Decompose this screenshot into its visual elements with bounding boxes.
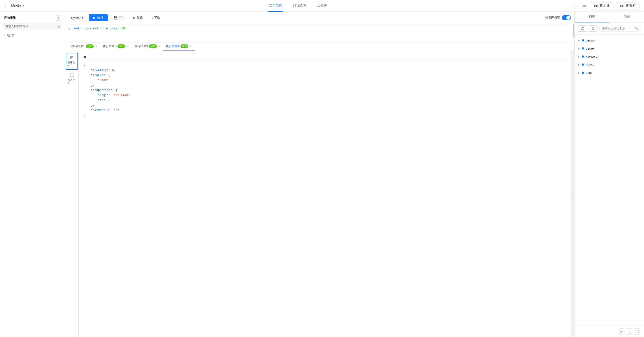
share-action-button[interactable]: ↗ xyxy=(618,329,624,335)
right-panel: 列表 图谱 点 边 🔍 ▶ person ▶ genre ▶ xyxy=(574,12,644,337)
right-panel-actions: ↗ ↓ ⛶ xyxy=(574,326,644,337)
node-item-keyword[interactable]: ▶ keyword xyxy=(574,52,644,60)
node-search-input[interactable] xyxy=(599,25,640,32)
lang-dropdown-icon: ▾ xyxy=(82,16,84,19)
fullscreen-action-button[interactable]: ⛶ xyxy=(634,329,640,335)
right-tab-graph[interactable]: 图谱 xyxy=(610,12,644,22)
json-login-key: "login" xyxy=(98,94,110,97)
graph-view-button[interactable]: ⛶ 点边视图 xyxy=(66,71,78,87)
sentence-icon: ≡ xyxy=(4,34,6,37)
result-tab-2-label: 执行结果2 xyxy=(103,44,116,48)
node-dot-person xyxy=(582,39,584,41)
topbar-right: ? ⌨ 前往图构建 前往图分析 xyxy=(572,2,640,9)
lang-label: Cypher xyxy=(71,16,80,19)
sidebar-item-label: 语句0 xyxy=(7,33,14,37)
nav-sentence-query[interactable]: 语句查询 xyxy=(268,0,283,12)
content-area: Cypher ▾ ▶ 执行 💾 保存 ⊞ 收藏 ↓ 下载 查看图模型 xyxy=(65,12,574,337)
result-tab-1-close[interactable]: × xyxy=(95,44,98,48)
node-item-genre[interactable]: ▶ genre xyxy=(574,44,644,52)
nav-path-query[interactable]: 路径查询 xyxy=(292,0,308,12)
json-properties-close: }, xyxy=(91,103,94,107)
line-number-1: 1 xyxy=(69,27,70,30)
result-tab-3-close[interactable]: × xyxy=(158,44,160,48)
sidebar-add-button[interactable]: + xyxy=(56,15,61,21)
goto-analysis-button[interactable]: 前往图分析 xyxy=(616,2,640,9)
json-identity-key: "identity" xyxy=(91,69,108,72)
result-tab-4-badge: 成功 xyxy=(180,44,188,48)
goto-builder-button[interactable]: 前往图构建 xyxy=(590,2,614,9)
result-tab-2-close[interactable]: × xyxy=(126,44,129,48)
run-button[interactable]: ▶ 执行 xyxy=(89,14,108,21)
back-button[interactable]: ← xyxy=(4,4,8,8)
topbar: ← Movie ▾ 语句查询 路径查询 点查询 ? ⌨ 前往图构建 前往图分析 xyxy=(0,0,644,12)
sidebar-item-sentence0[interactable]: ≡ 语句0 xyxy=(0,32,65,39)
node-dot-movie xyxy=(582,63,584,66)
right-panel-filter: 点 边 🔍 xyxy=(574,23,644,34)
right-panel-tabs: 列表 图谱 xyxy=(574,12,644,23)
graph-view-label: 点边视图 xyxy=(68,78,76,85)
json-elementid-value: "0" xyxy=(114,108,119,112)
code-line-1: 1 match ( n ) return n limit 10 xyxy=(69,27,571,30)
node-label-keyword: keyword xyxy=(586,55,598,58)
graph-view-icon: ⛶ xyxy=(70,73,74,78)
node-item-person[interactable]: ▶ person xyxy=(574,36,644,44)
result-tab-3-label: 执行结果3 xyxy=(134,44,148,48)
node-item-movie[interactable]: ▶ movie xyxy=(574,60,644,69)
node-search-area: 🔍 xyxy=(599,25,640,32)
download-action-button[interactable]: ↓ xyxy=(626,329,632,335)
code-num-10: 10 xyxy=(120,27,125,30)
app-title: Movie xyxy=(11,4,21,8)
download-button[interactable]: ↓ 下载 xyxy=(148,14,163,21)
json-login-value: "William" xyxy=(114,94,130,97)
json-open-brace: { xyxy=(84,64,86,67)
topbar-nav: 语句查询 路径查询 点查询 xyxy=(24,0,572,12)
result-tab-1-badge: 成功 xyxy=(86,44,94,48)
node-list: ▶ person ▶ genre ▶ keyword ▶ movie ▶ xyxy=(574,34,644,326)
nav-point-query[interactable]: 点查询 xyxy=(316,0,328,12)
node-expand-person: ▶ xyxy=(578,39,580,42)
collect-button[interactable]: ⊞ 收藏 xyxy=(130,14,146,21)
result-tab-2[interactable]: 执行结果2 成功 × xyxy=(100,42,132,51)
result-content: ⊞ 表格文本 ⛶ 点边视图 n { "identity": 0, "labels… xyxy=(65,51,574,337)
node-label-user: user xyxy=(586,71,592,74)
filter-edge-button[interactable]: 边 xyxy=(589,25,598,32)
collapse-handle[interactable]: ‹ xyxy=(571,51,574,337)
result-tab-4-close[interactable]: × xyxy=(190,44,192,48)
result-tab-1[interactable]: 执行结果1 成功 × xyxy=(69,42,100,51)
result-tab-4-label: 执行结果4 xyxy=(166,44,179,48)
json-properties-key: "properties" xyxy=(91,88,112,92)
download-label: 下载 xyxy=(154,16,160,20)
result-tab-1-label: 执行结果1 xyxy=(72,44,85,48)
right-tab-list[interactable]: 列表 xyxy=(574,12,610,22)
filter-point-button[interactable]: 点 xyxy=(578,25,587,32)
json-close-brace: } xyxy=(84,113,86,117)
collect-label: 收藏 xyxy=(137,16,142,20)
json-elementid-key: "elementId" xyxy=(91,108,110,112)
json-labels-key: "labels" xyxy=(91,74,105,77)
result-tab-3[interactable]: 执行结果3 成功 × xyxy=(132,42,163,51)
json-result: { "identity": 0, "labels": [ "user" ], "… xyxy=(84,63,566,118)
view-model-switch[interactable] xyxy=(562,15,571,20)
node-expand-user: ▶ xyxy=(578,72,580,74)
view-model-toggle: 查看图模型 xyxy=(546,15,571,20)
sidebar-search-input[interactable] xyxy=(3,23,62,29)
keyboard-button[interactable]: ⌨ xyxy=(581,3,588,9)
editor-scrollbar[interactable] xyxy=(572,24,574,37)
json-id-value: 2 xyxy=(108,98,110,102)
table-text-view-button[interactable]: ⊞ 表格文本 xyxy=(66,53,78,70)
code-keyword-limit: limit xyxy=(110,27,120,30)
help-button[interactable]: ? xyxy=(572,3,578,9)
results-tabs: 执行结果1 成功 × 执行结果2 成功 × 执行结果3 成功 × 执行结果4 成… xyxy=(65,42,574,51)
code-editor[interactable]: 1 match ( n ) return n limit 10 xyxy=(65,24,574,42)
json-labels-open: [ xyxy=(108,74,110,77)
node-dot-genre xyxy=(582,47,584,49)
save-button[interactable]: 💾 保存 xyxy=(110,14,127,21)
run-label: 执行 xyxy=(97,16,103,20)
node-item-user[interactable]: ▶ user xyxy=(574,69,644,77)
result-tab-4[interactable]: 执行结果4 成功 × xyxy=(163,42,195,51)
json-labels-close: ], xyxy=(91,83,94,87)
code-paren-close: ) xyxy=(89,27,93,30)
collect-icon: ⊞ xyxy=(133,16,136,19)
language-selector[interactable]: Cypher ▾ xyxy=(69,15,86,21)
node-search-icon: 🔍 xyxy=(635,27,638,30)
